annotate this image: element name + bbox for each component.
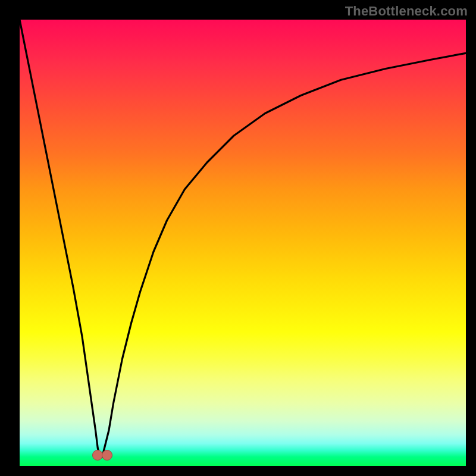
min-point-marker	[92, 450, 103, 461]
watermark-text: TheBottleneck.com	[345, 4, 468, 19]
chart-frame: TheBottleneck.com	[0, 0, 476, 476]
min-point-marker	[102, 450, 112, 461]
min-point-markers	[20, 20, 466, 466]
plot-area	[20, 20, 466, 466]
